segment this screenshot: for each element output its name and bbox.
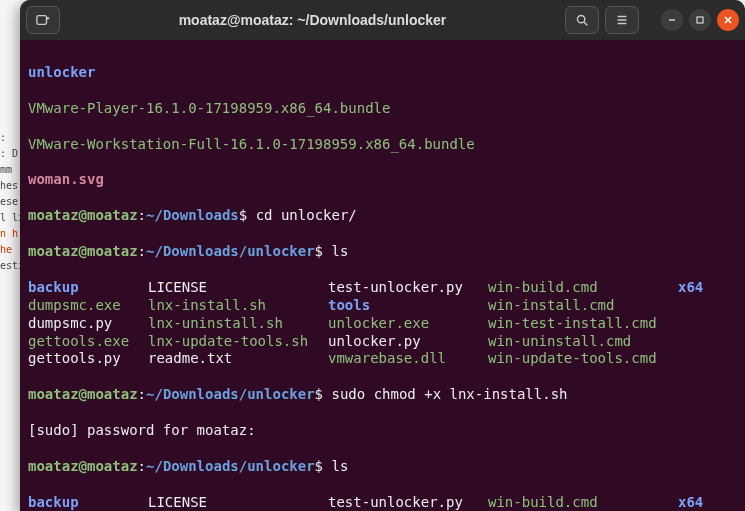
prompt-user: moataz	[28, 207, 79, 223]
ls-entry: LICENSE	[148, 279, 328, 297]
background-fragment: esti	[0, 258, 20, 274]
ls-entry	[678, 297, 737, 315]
command-text: ls	[331, 458, 348, 474]
ls-entry: lnx-update-tools.sh	[148, 333, 328, 351]
ls-entry: tools	[328, 297, 488, 315]
background-window: :: Dmmhesesel lin hheesti	[0, 0, 20, 511]
ls-entry: VMware-Player-16.1.0-17198959.x86_64.bun…	[28, 100, 390, 116]
minimize-button[interactable]	[661, 9, 683, 31]
terminal-body[interactable]: unlocker VMware-Player-16.1.0-17198959.x…	[20, 40, 745, 511]
hamburger-icon	[615, 13, 629, 27]
close-button[interactable]	[717, 9, 739, 31]
ls-entry: gettools.exe	[28, 333, 148, 351]
ls-entry: lnx-uninstall.sh	[148, 315, 328, 333]
ls-entry: backup	[28, 279, 148, 297]
svg-rect-2	[697, 17, 703, 23]
ls-entry: win-test-install.cmd	[488, 315, 678, 333]
ls-entry: test-unlocker.py	[328, 279, 488, 297]
background-fragment: ese	[0, 194, 20, 210]
ls-entry: dumpsmc.py	[28, 315, 148, 333]
maximize-icon	[695, 15, 705, 25]
titlebar: moataz@moataz: ~/Downloads/unlocker	[20, 0, 745, 40]
ls-entry: backup	[28, 494, 148, 511]
ls-entry: win-build.cmd	[488, 494, 678, 511]
ls-entry: x64	[678, 279, 737, 297]
ls-entry: unlocker.exe	[328, 315, 488, 333]
svg-point-1	[577, 15, 584, 22]
ls-listing: backupLICENSEtest-unlocker.pywin-build.c…	[28, 279, 737, 369]
background-fragment: mm	[0, 162, 20, 178]
terminal-window: moataz@moataz: ~/Downloads/unlocker unlo…	[20, 0, 745, 511]
ls-entry: vmwarebase.dll	[328, 350, 488, 368]
new-tab-icon	[36, 13, 50, 27]
ls-entry	[678, 350, 737, 368]
window-title: moataz@moataz: ~/Downloads/unlocker	[68, 12, 557, 28]
prompt-path: ~/Downloads	[146, 207, 239, 223]
ls-entry: lnx-install.sh	[148, 297, 328, 315]
search-icon	[575, 13, 589, 27]
background-fragment: :	[0, 130, 20, 146]
ls-listing: backupLICENSEtest-unlocker.pywin-build.c…	[28, 494, 737, 511]
sudo-prompt: [sudo] password for moataz:	[28, 422, 256, 438]
command-text: cd unlocker/	[256, 207, 357, 223]
ls-entry: gettools.py	[28, 350, 148, 368]
ls-entry: unlocker.py	[328, 333, 488, 351]
minimize-icon	[667, 15, 677, 25]
ls-entry: VMware-Workstation-Full-16.1.0-17198959.…	[28, 136, 475, 152]
ls-entry: win-build.cmd	[488, 279, 678, 297]
ls-entry: unlocker	[28, 64, 95, 80]
ls-entry	[678, 315, 737, 333]
svg-rect-0	[37, 16, 47, 25]
ls-entry: readme.txt	[148, 350, 328, 368]
ls-entry: test-unlocker.py	[328, 494, 488, 511]
ls-entry	[678, 333, 737, 351]
ls-entry: win-uninstall.cmd	[488, 333, 678, 351]
background-fragment: hes	[0, 178, 20, 194]
maximize-button[interactable]	[689, 9, 711, 31]
ls-entry: win-install.cmd	[488, 297, 678, 315]
command-text: ls	[331, 243, 348, 259]
background-fragment: : D	[0, 146, 20, 162]
prompt-host: moataz	[87, 207, 138, 223]
command-text: sudo chmod +x lnx-install.sh	[331, 386, 567, 402]
background-fragment: he	[0, 242, 20, 258]
ls-entry: woman.svg	[28, 171, 104, 187]
ls-entry: x64	[678, 494, 737, 511]
ls-entry: win-update-tools.cmd	[488, 350, 678, 368]
search-button[interactable]	[565, 6, 599, 34]
background-fragment: n h	[0, 226, 20, 242]
ls-entry: dumpsmc.exe	[28, 297, 148, 315]
ls-entry: LICENSE	[148, 494, 328, 511]
close-icon	[723, 15, 733, 25]
new-tab-button[interactable]	[26, 6, 60, 34]
menu-button[interactable]	[605, 6, 639, 34]
background-fragment: l li	[0, 210, 20, 226]
